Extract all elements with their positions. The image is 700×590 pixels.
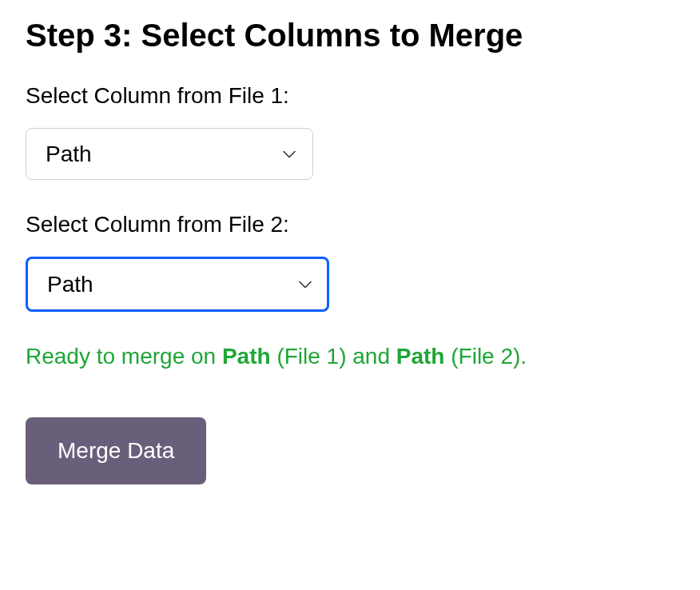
file1-label: Select Column from File 1: <box>26 83 674 109</box>
merge-status-text: Ready to merge on Path (File 1) and Path… <box>26 344 674 369</box>
merge-data-button[interactable]: Merge Data <box>26 417 206 484</box>
status-col2: Path <box>396 344 445 369</box>
file2-select-wrapper: Path <box>26 257 329 312</box>
file2-field-group: Select Column from File 2: Path <box>26 212 674 312</box>
file2-column-select[interactable]: Path <box>26 257 329 312</box>
status-col1: Path <box>222 344 271 369</box>
status-prefix: Ready to merge on <box>26 344 222 369</box>
file1-select-wrapper: Path <box>26 128 313 180</box>
file2-label: Select Column from File 2: <box>26 212 674 237</box>
file1-field-group: Select Column from File 1: Path <box>26 83 674 180</box>
status-mid2: (File 2). <box>444 344 527 369</box>
status-mid1: (File 1) and <box>271 344 396 369</box>
file1-column-select[interactable]: Path <box>26 128 313 180</box>
step-heading: Step 3: Select Columns to Merge <box>26 16 674 54</box>
